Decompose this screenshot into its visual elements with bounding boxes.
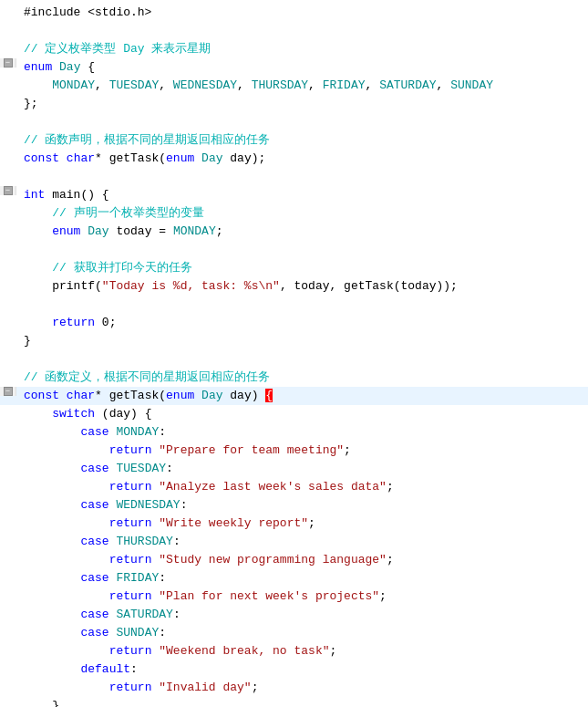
line-content: return "Analyze last week's sales data"; bbox=[16, 478, 588, 496]
code-token: FRIDAY bbox=[323, 78, 366, 92]
code-token: case bbox=[80, 535, 108, 548]
code-token: case bbox=[80, 608, 108, 621]
code-line: printf("Today is %d, task: %s\n", today,… bbox=[0, 277, 588, 296]
line-content: } bbox=[16, 332, 588, 350]
code-token: Day bbox=[88, 224, 108, 238]
code-token: "Analyze last week's sales data" bbox=[159, 480, 387, 494]
code-line: switch (day) { bbox=[0, 405, 588, 423]
code-token: today = bbox=[109, 224, 173, 238]
code-token bbox=[24, 316, 52, 329]
code-token: WEDNESDAY bbox=[173, 78, 237, 92]
line-content: // 获取并打印今天的任务 bbox=[16, 259, 588, 277]
code-line: return "Analyze last week's sales data"; bbox=[0, 478, 588, 496]
line-content: return "Plan for next week's projects"; bbox=[16, 587, 588, 606]
code-token: "Plan for next week's projects" bbox=[159, 589, 379, 603]
code-token: }; bbox=[24, 97, 38, 110]
line-content: case SATURDAY: bbox=[16, 606, 588, 624]
line-content: #include <stdio.h> bbox=[16, 4, 588, 22]
code-line: −enum Day { bbox=[0, 58, 588, 77]
line-content: } bbox=[16, 697, 588, 707]
code-line: case TUESDAY: bbox=[0, 460, 588, 478]
code-token: , bbox=[237, 78, 252, 92]
code-token: ; bbox=[379, 589, 387, 603]
code-line: const char* getTask(enum Day day); bbox=[0, 150, 588, 168]
code-line bbox=[0, 22, 588, 40]
code-token: return bbox=[52, 316, 95, 329]
code-token: MONDAY bbox=[116, 425, 159, 439]
code-token: ; bbox=[252, 681, 259, 694]
fold-icon[interactable]: − bbox=[4, 186, 13, 195]
code-token: return bbox=[109, 443, 152, 457]
code-token: day) bbox=[223, 389, 266, 402]
code-token: } bbox=[24, 334, 31, 348]
code-token: THURSDAY bbox=[116, 535, 172, 548]
line-content: // 定义枚举类型 Day 来表示星期 bbox=[16, 40, 588, 58]
code-token: main() { bbox=[45, 188, 108, 202]
code-token bbox=[24, 571, 80, 585]
code-token: : bbox=[173, 608, 181, 621]
line-content: enum Day { bbox=[16, 58, 588, 77]
code-line: return "Write weekly report"; bbox=[0, 515, 588, 533]
code-token: const bbox=[24, 389, 59, 402]
code-line: MONDAY, TUESDAY, WEDNESDAY, THURSDAY, FR… bbox=[0, 77, 588, 95]
code-line: } bbox=[0, 332, 588, 350]
line-gutter: − bbox=[0, 387, 16, 396]
line-content: // 函数定义，根据不同的星期返回相应的任务 bbox=[16, 369, 588, 387]
line-content: return "Weekend break, no task"; bbox=[16, 642, 588, 660]
code-token: enum bbox=[24, 60, 52, 74]
code-token: : bbox=[159, 425, 166, 439]
line-content: // 函数声明，根据不同的星期返回相应的任务 bbox=[16, 131, 588, 150]
line-gutter: − bbox=[0, 58, 16, 68]
code-token bbox=[24, 206, 52, 220]
code-line: default: bbox=[0, 660, 588, 679]
code-line: case THURSDAY: bbox=[0, 533, 588, 551]
code-line: case MONDAY: bbox=[0, 423, 588, 442]
line-content: enum Day today = MONDAY; bbox=[16, 223, 588, 241]
code-token: "Today is %d, task: %s\n" bbox=[102, 279, 280, 293]
code-line: // 函数定义，根据不同的星期返回相应的任务 bbox=[0, 369, 588, 387]
code-token: "Weekend break, no task" bbox=[159, 644, 329, 658]
code-line bbox=[0, 241, 588, 259]
line-content: MONDAY, TUESDAY, WEDNESDAY, THURSDAY, FR… bbox=[16, 77, 588, 95]
code-token bbox=[59, 389, 67, 402]
fold-icon[interactable]: − bbox=[4, 58, 13, 68]
code-token: , bbox=[437, 78, 451, 92]
line-content: const char* getTask(enum Day day) { bbox=[16, 387, 588, 405]
code-token bbox=[24, 78, 52, 92]
code-token: ; bbox=[329, 644, 336, 658]
line-content: case WEDNESDAY: bbox=[16, 496, 588, 515]
code-token: return bbox=[109, 480, 152, 494]
line-content: case MONDAY: bbox=[16, 423, 588, 442]
code-token: SUNDAY bbox=[116, 626, 159, 639]
code-token: Day bbox=[201, 151, 222, 165]
line-gutter: − bbox=[0, 186, 16, 195]
code-token: char bbox=[67, 389, 95, 402]
line-content: switch (day) { bbox=[16, 405, 588, 423]
code-line: return "Study new programming language"; bbox=[0, 551, 588, 569]
line-content: return "Invalid day"; bbox=[16, 679, 588, 697]
code-token: "Invalid day" bbox=[159, 681, 251, 694]
code-token: , bbox=[95, 78, 109, 92]
code-line: return "Prepare for team meeting"; bbox=[0, 442, 588, 460]
code-token bbox=[24, 589, 109, 603]
code-token bbox=[24, 681, 109, 694]
code-token: return bbox=[109, 516, 152, 530]
fold-icon[interactable]: − bbox=[4, 387, 13, 396]
code-token bbox=[24, 443, 109, 457]
code-line: −int main() { bbox=[0, 186, 588, 204]
code-token: : bbox=[159, 571, 166, 585]
code-token: : bbox=[166, 462, 173, 475]
code-token: SATURDAY bbox=[116, 608, 172, 621]
code-token: "Study new programming language" bbox=[159, 553, 387, 567]
code-line: return "Invalid day"; bbox=[0, 679, 588, 697]
code-token bbox=[24, 480, 109, 494]
code-token: WEDNESDAY bbox=[116, 498, 180, 512]
code-token: ; bbox=[344, 443, 351, 457]
code-token: case bbox=[80, 626, 108, 639]
code-line: −const char* getTask(enum Day day) { bbox=[0, 387, 588, 405]
code-token: , bbox=[366, 78, 380, 92]
code-token bbox=[59, 151, 67, 165]
line-content: return "Write weekly report"; bbox=[16, 515, 588, 533]
code-token: FRIDAY bbox=[116, 571, 159, 585]
code-token: MONDAY bbox=[173, 224, 216, 238]
